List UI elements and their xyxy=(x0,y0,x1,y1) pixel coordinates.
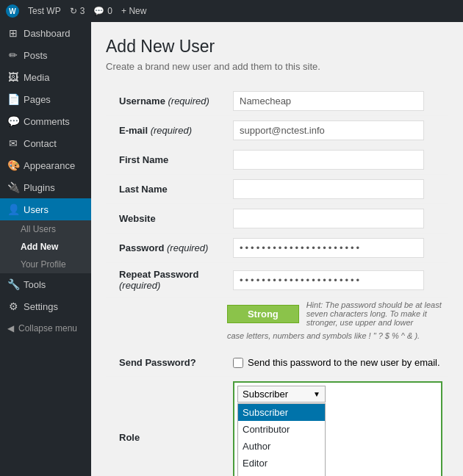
admin-bar: W Test WP ↻ 3 💬 0 + New xyxy=(0,0,463,22)
role-option-author[interactable]: Author xyxy=(238,438,325,455)
strength-hint: Hint: The password should be at least se… xyxy=(306,300,442,327)
wp-logo-item[interactable]: W xyxy=(6,4,19,18)
sidebar-item-users[interactable]: 👤 Users xyxy=(0,198,91,220)
sidebar-label-plugins: Plugins xyxy=(24,182,55,193)
email-label: E-mail (required) xyxy=(106,119,227,142)
comment-count: 0 xyxy=(107,6,112,16)
sidebar-item-settings[interactable]: ⚙ Settings xyxy=(0,295,91,317)
lastname-field xyxy=(227,175,448,203)
content-area: Add New User Create a brand new user and… xyxy=(91,22,463,476)
strength-hint-2: case letters, numbers and symbols like !… xyxy=(106,330,448,343)
main-layout: ⊞ Dashboard ✏ Posts 🖼 Media 📄 Pages 💬 Co… xyxy=(0,22,463,476)
lastname-label: Last Name xyxy=(106,178,227,201)
appearance-icon: 🎨 xyxy=(7,159,19,171)
sidebar-item-media[interactable]: 🖼 Media xyxy=(0,66,91,88)
site-name[interactable]: Test WP xyxy=(28,6,61,16)
strength-row: Strong Hint: The password should be at l… xyxy=(106,298,448,330)
lastname-row: Last Name xyxy=(106,175,448,204)
page-subtitle: Create a brand new user and add them to … xyxy=(106,61,448,72)
sidebar-label-media: Media xyxy=(24,72,49,83)
collapse-menu-button[interactable]: ◀ Collapse menu xyxy=(0,317,91,339)
sidebar-label-contact: Contact xyxy=(24,138,57,149)
email-input[interactable] xyxy=(233,120,424,140)
update-icon: ↻ xyxy=(70,6,77,16)
send-password-label: Send Password? xyxy=(106,351,227,374)
lastname-input[interactable] xyxy=(233,179,424,199)
repeat-password-input[interactable] xyxy=(233,270,424,290)
strength-label: Strong xyxy=(248,309,279,320)
update-count: 3 xyxy=(80,6,85,16)
sidebar-item-dashboard[interactable]: ⊞ Dashboard xyxy=(0,22,91,44)
sidebar-sub-add-new[interactable]: Add New xyxy=(0,238,91,256)
pages-icon: 📄 xyxy=(7,93,19,105)
username-label: Username (required) xyxy=(106,90,227,112)
send-password-checkbox[interactable] xyxy=(233,358,243,368)
comment-icon: 💬 xyxy=(93,6,104,16)
role-select-header: Subscriber ▼ xyxy=(237,386,438,403)
sidebar-label-users: Users xyxy=(24,204,49,215)
sidebar-item-comments[interactable]: 💬 Comments xyxy=(0,110,91,132)
sidebar-item-plugins[interactable]: 🔌 Plugins xyxy=(0,176,91,198)
website-row: Website xyxy=(106,204,448,234)
password-row: Password (required) xyxy=(106,234,448,263)
add-new-label: + New xyxy=(121,6,146,16)
dashboard-icon: ⊞ xyxy=(7,27,19,39)
tools-icon: 🔧 xyxy=(7,278,19,290)
send-password-field: Send this password to the new user by em… xyxy=(227,353,448,372)
add-new-item[interactable]: + New xyxy=(121,6,146,16)
role-row: Role Subscriber ▼ Subscriber Contributor… xyxy=(106,377,448,476)
sidebar-item-appearance[interactable]: 🎨 Appearance xyxy=(0,154,91,176)
repeat-password-field xyxy=(227,266,448,295)
repeat-password-label: Repeat Password (required) xyxy=(106,263,227,297)
firstname-row: First Name xyxy=(106,145,448,175)
role-option-subscriber[interactable]: Subscriber xyxy=(238,404,325,421)
sidebar-item-pages[interactable]: 📄 Pages xyxy=(0,88,91,110)
comments-item[interactable]: 💬 0 xyxy=(93,6,112,16)
role-dropdown-list: Subscriber Contributor Author Editor Adm… xyxy=(237,403,326,476)
collapse-label: Collapse menu xyxy=(18,323,77,333)
role-label: Role xyxy=(106,426,227,449)
wp-logo-icon: W xyxy=(6,4,19,18)
media-icon: 🖼 xyxy=(7,71,19,83)
website-input[interactable] xyxy=(233,209,424,228)
sidebar-label-appearance: Appearance xyxy=(24,160,75,171)
role-field: Subscriber ▼ Subscriber Contributor Auth… xyxy=(227,377,448,476)
firstname-label: First Name xyxy=(106,148,227,171)
website-label: Website xyxy=(106,207,227,230)
role-option-contributor[interactable]: Contributor xyxy=(238,421,325,438)
role-option-editor[interactable]: Editor xyxy=(238,455,325,472)
sidebar-item-tools[interactable]: 🔧 Tools xyxy=(0,273,91,295)
password-label: Password (required) xyxy=(106,237,227,259)
sidebar-item-posts[interactable]: ✏ Posts xyxy=(0,44,91,66)
users-icon: 👤 xyxy=(7,203,19,215)
username-row: Username (required) xyxy=(106,87,448,116)
sidebar-sub-all-users[interactable]: All Users xyxy=(0,220,91,238)
site-name-label: Test WP xyxy=(28,6,61,16)
role-select-box[interactable]: Subscriber ▼ xyxy=(237,386,326,403)
sidebar-label-comments: Comments xyxy=(24,116,70,127)
sidebar-label-settings: Settings xyxy=(24,301,58,312)
strength-bar: Strong xyxy=(227,305,299,323)
password-field xyxy=(227,234,448,262)
sidebar-label-dashboard: Dashboard xyxy=(24,28,71,39)
sidebar-label-posts: Posts xyxy=(24,50,48,61)
username-input[interactable] xyxy=(233,91,424,111)
role-dropdown-wrapper: Subscriber ▼ Subscriber Contributor Auth… xyxy=(233,381,442,476)
email-row: E-mail (required) xyxy=(106,116,448,145)
website-field xyxy=(227,204,448,233)
updates-item[interactable]: ↻ 3 xyxy=(70,6,85,16)
sidebar-label-pages: Pages xyxy=(24,94,51,105)
collapse-icon: ◀ xyxy=(7,323,14,333)
sidebar-item-contact[interactable]: ✉ Contact xyxy=(0,132,91,154)
send-password-row: Send Password? Send this password to the… xyxy=(106,349,448,377)
role-option-administrator[interactable]: Administrator xyxy=(238,472,325,476)
password-input[interactable] xyxy=(233,238,424,258)
settings-icon: ⚙ xyxy=(7,300,19,312)
firstname-input[interactable] xyxy=(233,150,424,170)
email-field xyxy=(227,116,448,145)
sidebar-label-tools: Tools xyxy=(24,279,46,290)
sidebar-sub-your-profile[interactable]: Your Profile xyxy=(0,256,91,273)
role-selected-label: Subscriber xyxy=(243,389,313,400)
firstname-field xyxy=(227,145,448,174)
posts-icon: ✏ xyxy=(7,49,19,61)
